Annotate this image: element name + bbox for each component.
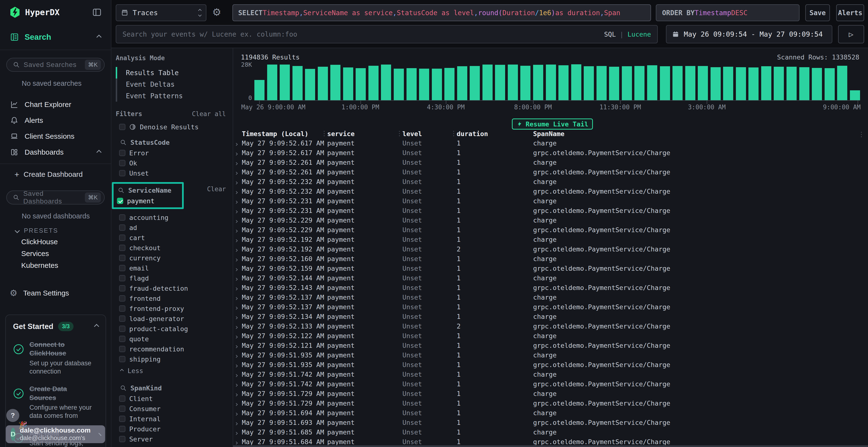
table-row[interactable]: May 27 9:09:51.685 AM payment Unset 1 ch…	[233, 427, 868, 437]
checkbox[interactable]	[119, 426, 125, 432]
checkbox[interactable]	[119, 124, 125, 130]
histogram-bar[interactable]	[837, 66, 847, 100]
sidebar-item-search[interactable]: Search	[0, 25, 111, 50]
histogram-bar[interactable]	[622, 66, 632, 100]
row-expand-icon[interactable]	[233, 216, 242, 224]
column-drag-handle[interactable]: ⋮	[321, 130, 328, 137]
filter-option[interactable]: recommendation	[119, 344, 233, 354]
histogram-bar[interactable]	[698, 66, 708, 100]
clear-servicename-link[interactable]: Clear	[207, 185, 226, 193]
checkbox[interactable]	[119, 315, 125, 322]
table-row[interactable]: May 27 9:09:52.192 AM payment Unset 2 gr…	[233, 244, 868, 254]
filter-option[interactable]: Client	[119, 393, 233, 404]
team-settings-link[interactable]: ⚙ Team Settings	[0, 285, 111, 301]
clear-all-filters-link[interactable]: Clear all	[192, 110, 226, 117]
histogram-bar[interactable]	[723, 67, 733, 100]
row-expand-icon[interactable]	[233, 139, 242, 147]
filter-option[interactable]: load-generator	[119, 314, 233, 324]
filter-option[interactable]: accounting	[119, 212, 233, 222]
save-button[interactable]: Save	[805, 4, 830, 21]
analysis-mode-item[interactable]: Event Patterns	[116, 90, 233, 102]
filter-option-selected[interactable]: payment	[117, 196, 182, 206]
filter-option[interactable]: quote	[119, 334, 233, 344]
histogram-bar[interactable]	[558, 65, 568, 100]
histogram-bar[interactable]	[432, 69, 442, 100]
table-row[interactable]: May 27 9:09:52.231 AM payment Unset 1 gr…	[233, 206, 868, 215]
row-expand-icon[interactable]	[233, 274, 242, 282]
table-row[interactable]: May 27 9:09:51.935 AM payment Unset 1 gr…	[233, 360, 868, 370]
row-expand-icon[interactable]	[233, 332, 242, 340]
histogram-bar[interactable]	[571, 64, 581, 100]
lucene-mode-toggle[interactable]: Lucene	[627, 31, 651, 38]
help-button[interactable]: ?	[6, 409, 19, 422]
query-settings-gear-icon[interactable]: ⚙	[212, 7, 221, 18]
histogram-bar[interactable]	[761, 66, 771, 100]
histogram-bar[interactable]	[318, 67, 328, 100]
row-expand-icon[interactable]	[233, 380, 242, 388]
table-row[interactable]: May 27 9:09:52.143 AM payment Unset 1 gr…	[233, 283, 868, 293]
preset-dashboard-link[interactable]: Services	[0, 248, 111, 260]
histogram-bar[interactable]	[634, 66, 645, 100]
preset-dashboard-link[interactable]: ClickHouse	[0, 236, 111, 248]
table-row[interactable]: May 27 9:09:52.261 AM payment Unset 1 ch…	[233, 158, 868, 167]
histogram-bar[interactable]	[850, 90, 860, 100]
filter-option[interactable]: Consumer	[119, 404, 233, 414]
checkbox[interactable]	[119, 285, 125, 291]
table-row[interactable]: May 27 9:09:52.134 AM payment Unset 1 ch…	[233, 312, 868, 321]
saved-dashboards-input[interactable]: Saved Dashboards ⌘K	[6, 191, 105, 204]
horizontal-scrollbar[interactable]	[233, 445, 868, 447]
histogram-bar[interactable]	[711, 67, 721, 100]
denoise-results-checkbox[interactable]: Denoise Results	[119, 122, 233, 132]
table-row[interactable]: May 27 9:09:52.121 AM payment Unset 1 gr…	[233, 341, 868, 350]
filter-option[interactable]: email	[119, 263, 233, 273]
checkbox[interactable]	[119, 245, 125, 251]
histogram-bar[interactable]	[483, 65, 493, 100]
table-row[interactable]: May 27 9:09:51.742 AM payment Unset 1 ch…	[233, 370, 868, 379]
get-started-item[interactable]: Create Data Sources Configure where your…	[13, 385, 98, 420]
histogram-bar[interactable]	[812, 68, 822, 100]
row-expand-icon[interactable]	[233, 197, 242, 205]
table-row[interactable]: May 27 9:09:52.232 AM payment Unset 1 ch…	[233, 177, 868, 186]
table-row[interactable]: May 27 9:09:52.617 AM payment Unset 1 ch…	[233, 138, 868, 148]
row-expand-icon[interactable]	[233, 159, 242, 166]
filter-option[interactable]: fraud-detection	[119, 283, 233, 294]
filter-option[interactable]: currency	[119, 253, 233, 263]
row-expand-icon[interactable]	[233, 313, 242, 320]
table-row[interactable]: May 27 9:09:52.231 AM payment Unset 1 ch…	[233, 196, 868, 206]
row-expand-icon[interactable]	[233, 178, 242, 185]
checkbox[interactable]	[119, 416, 125, 422]
sql-select-editor[interactable]: SELECT Timestamp, ServiceName as service…	[232, 4, 651, 21]
histogram-bar[interactable]	[533, 65, 543, 100]
checkbox[interactable]	[119, 325, 125, 332]
table-row[interactable]: May 27 9:09:52.617 AM payment Unset 1 gr…	[233, 148, 868, 158]
histogram-bar[interactable]	[825, 68, 835, 100]
filter-option[interactable]: product-catalog	[119, 324, 233, 334]
histogram-bar[interactable]	[292, 66, 303, 100]
presets-toggle[interactable]: PRESETS	[16, 227, 111, 234]
row-expand-icon[interactable]	[233, 342, 242, 349]
table-row[interactable]: May 27 9:09:51.684 AM payment Unset 1 gr…	[233, 437, 868, 445]
chevron-up-icon[interactable]	[94, 324, 99, 329]
filter-option[interactable]: Error	[119, 148, 233, 158]
histogram-bar[interactable]	[457, 66, 467, 100]
event-search-input[interactable]: Search your events w/ Lucene ex. column:…	[116, 25, 658, 43]
histogram-bar[interactable]	[609, 67, 619, 100]
analysis-mode-item[interactable]: Event Deltas	[116, 78, 233, 90]
column-options-icon[interactable]: ⋮	[858, 131, 865, 138]
column-header-level[interactable]: ⋮level	[402, 130, 457, 138]
column-header-duration[interactable]: ⋮duration	[457, 130, 533, 138]
filter-option[interactable]: shipping	[119, 354, 233, 364]
table-row[interactable]: May 27 9:09:51.729 AM payment Unset 1 gr…	[233, 398, 868, 408]
filter-option[interactable]: Internal	[119, 414, 233, 424]
histogram-bar[interactable]	[280, 65, 290, 100]
show-less-toggle[interactable]: Less	[121, 365, 233, 376]
row-expand-icon[interactable]	[233, 168, 242, 176]
histogram-bar[interactable]	[584, 66, 594, 100]
source-select[interactable]: Traces	[116, 4, 207, 21]
checkbox[interactable]	[119, 305, 125, 312]
checkbox[interactable]	[119, 295, 125, 302]
row-expand-icon[interactable]	[233, 207, 242, 214]
saved-searches-input[interactable]: Saved Searches ⌘K	[6, 58, 105, 72]
column-drag-handle[interactable]: ⋮	[451, 130, 457, 137]
checkbox[interactable]	[119, 336, 125, 342]
